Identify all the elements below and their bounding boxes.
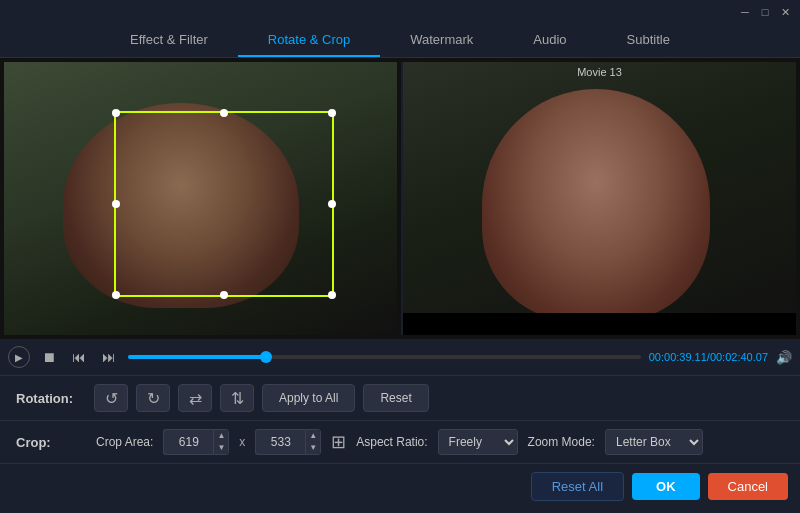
maximize-button[interactable]: □ (758, 5, 772, 19)
zoom-mode-label: Zoom Mode: (528, 435, 595, 449)
next-frame-button[interactable]: ⏭ (98, 346, 120, 368)
crop-handle-bm[interactable] (220, 291, 228, 299)
crop-handle-tm[interactable] (220, 109, 228, 117)
playback-bar: ▶ ⏹ ⏮ ⏭ 00:00:39.11/00:02:40.07 🔊 (0, 339, 800, 375)
video-area: Original: 1280x720 👁 Mov (0, 58, 800, 339)
tab-watermark[interactable]: Watermark (380, 24, 503, 57)
crop-handle-br[interactable] (328, 291, 336, 299)
x-separator: x (239, 435, 245, 449)
left-video-panel: Original: 1280x720 👁 (4, 62, 397, 335)
crop-label: Crop: (16, 435, 86, 450)
letterbox-bottom (403, 313, 796, 335)
crop-area-label: Crop Area: (96, 435, 153, 449)
tab-subtitle[interactable]: Subtitle (597, 24, 700, 57)
height-decrement-button[interactable]: ▼ (306, 442, 320, 454)
rotate-left-button[interactable]: ↺ (94, 384, 128, 412)
height-input-group: ▲ ▼ (255, 429, 321, 455)
title-bar: ─ □ ✕ (0, 0, 800, 24)
rotation-reset-button[interactable]: Reset (363, 384, 428, 412)
face-right (482, 89, 710, 321)
close-button[interactable]: ✕ (778, 5, 792, 19)
zoom-mode-select[interactable]: Letter Box Pan & Scan Full (605, 429, 703, 455)
volume-icon[interactable]: 🔊 (776, 350, 792, 365)
tab-bar: Effect & Filter Rotate & Crop Watermark … (0, 24, 800, 58)
rotation-section: Rotation: ↺ ↻ ⇄ ⇅ Apply to All Reset (0, 375, 800, 420)
progress-thumb[interactable] (260, 351, 272, 363)
stop-button[interactable]: ⏹ (38, 346, 60, 368)
rotation-label: Rotation: (16, 391, 86, 406)
crop-width-input[interactable] (163, 429, 213, 455)
controls-area: ▶ ⏹ ⏮ ⏭ 00:00:39.11/00:02:40.07 🔊 Rotati… (0, 339, 800, 509)
left-video-frame (4, 62, 397, 335)
tab-audio[interactable]: Audio (503, 24, 596, 57)
aspect-ratio-select[interactable]: Freely 16:9 4:3 1:1 9:16 (438, 429, 518, 455)
flip-vertical-button[interactable]: ⇅ (220, 384, 254, 412)
main-content: Original: 1280x720 👁 Mov (0, 58, 800, 509)
resize-icon: ⊞ (331, 431, 346, 453)
crop-handle-bl[interactable] (112, 291, 120, 299)
width-spinners: ▲ ▼ (213, 429, 229, 455)
minimize-button[interactable]: ─ (738, 5, 752, 19)
cancel-button[interactable]: Cancel (708, 473, 788, 500)
bottom-bar: Reset All OK Cancel (0, 463, 800, 509)
tab-effect-filter[interactable]: Effect & Filter (100, 24, 238, 57)
right-video-frame (403, 62, 796, 335)
crop-handle-lm[interactable] (112, 200, 120, 208)
reset-all-button[interactable]: Reset All (531, 472, 624, 501)
rotate-right-button[interactable]: ↻ (136, 384, 170, 412)
width-decrement-button[interactable]: ▼ (214, 442, 228, 454)
progress-track[interactable] (128, 355, 641, 359)
tab-rotate-crop[interactable]: Rotate & Crop (238, 24, 380, 57)
aspect-ratio-label: Aspect Ratio: (356, 435, 427, 449)
ok-button[interactable]: OK (632, 473, 700, 500)
crop-section: Crop: Crop Area: ▲ ▼ x ▲ ▼ ⊞ Aspect Rati… (0, 420, 800, 463)
crop-height-input[interactable] (255, 429, 305, 455)
play-button[interactable]: ▶ (8, 346, 30, 368)
crop-handle-tl[interactable] (112, 109, 120, 117)
crop-handle-rm[interactable] (328, 200, 336, 208)
prev-frame-button[interactable]: ⏮ (68, 346, 90, 368)
height-increment-button[interactable]: ▲ (306, 430, 320, 442)
crop-overlay[interactable] (114, 111, 334, 297)
apply-to-all-button[interactable]: Apply to All (262, 384, 355, 412)
time-display: 00:00:39.11/00:02:40.07 (649, 351, 768, 363)
width-input-group: ▲ ▼ (163, 429, 229, 455)
flip-horizontal-button[interactable]: ⇄ (178, 384, 212, 412)
progress-fill (128, 355, 266, 359)
height-spinners: ▲ ▼ (305, 429, 321, 455)
width-increment-button[interactable]: ▲ (214, 430, 228, 442)
window-controls: ─ □ ✕ (738, 5, 792, 19)
right-video-panel: Movie 13 Output: 3840x2160 (401, 62, 796, 335)
